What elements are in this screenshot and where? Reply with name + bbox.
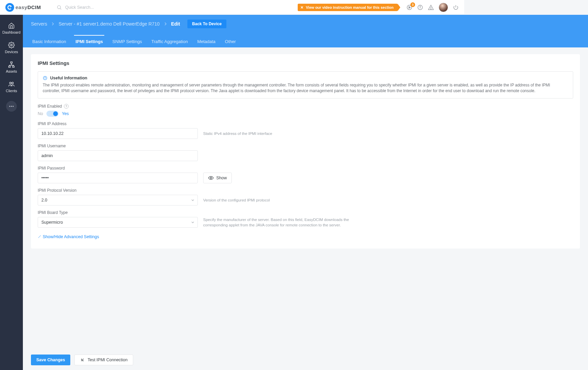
sidebar-item-assets[interactable]: Assets [0, 59, 23, 76]
advanced-settings-link[interactable]: Show/Hide Advanced Settings [38, 234, 99, 239]
tab-traffic-aggregation[interactable]: Traffic Aggregation [150, 35, 189, 47]
label-ipmi-user: IPMI Username [38, 144, 464, 148]
global-search-input[interactable] [65, 5, 139, 10]
close-icon[interactable]: ✕ [300, 5, 303, 9]
sitemap-icon [8, 61, 15, 68]
svg-point-15 [9, 106, 10, 107]
logo-mark-icon [5, 3, 14, 12]
svg-point-6 [420, 6, 420, 6]
svg-point-21 [210, 177, 212, 179]
alert-icon[interactable] [428, 4, 434, 10]
svg-point-20 [45, 77, 45, 77]
search-icon [57, 5, 62, 10]
label-ipmi-protocol: IPMI Protocol Version [38, 188, 464, 193]
useful-information-box: Useful Information The IPMI protocol ena… [38, 71, 464, 99]
svg-rect-11 [9, 66, 10, 67]
tab-basic-information[interactable]: Basic Information [31, 35, 67, 47]
chevron-right-icon [51, 22, 54, 26]
tab-other[interactable]: Other [224, 35, 237, 47]
tab-metadata[interactable]: Metadata [196, 35, 217, 47]
sidebar-item-devices[interactable]: Devices [0, 39, 23, 57]
home-icon [8, 22, 15, 29]
info-icon[interactable] [417, 4, 423, 10]
breadcrumb-servers[interactable]: Servers [31, 21, 47, 27]
breadcrumb-server[interactable]: Server - #1 server1.demo Dell PowerEdge … [59, 21, 159, 27]
eye-icon [208, 176, 214, 180]
toggle-yes-label: Yes [62, 111, 69, 116]
tab-ipmi-settings[interactable]: IPMI Settings [74, 35, 104, 47]
svg-point-17 [12, 106, 13, 107]
video-instruction-banner[interactable]: ✕ View our video instruction manual for … [298, 4, 398, 11]
svg-line-1 [60, 8, 61, 9]
dots-icon [9, 106, 14, 107]
label-ipmi-ip: IPMI IP Address [38, 121, 464, 126]
toggle-no-label: No [38, 111, 43, 116]
ipmi-ip-input[interactable] [38, 128, 198, 139]
brand-logo[interactable]: easyDCIM [5, 3, 41, 12]
brand-text: easyDCIM [15, 4, 41, 10]
svg-point-9 [11, 44, 12, 46]
user-avatar[interactable] [439, 3, 448, 12]
breadcrumb: Servers Server - #1 server1.demo Dell Po… [31, 20, 464, 28]
play-tour-icon[interactable]: 3 [406, 4, 412, 10]
link-icon [38, 235, 41, 238]
ipmi-password-input[interactable] [38, 173, 198, 183]
ipmi-username-input[interactable] [38, 150, 198, 161]
hint-ipmi-ip: Static IPv4 address of the IPMI interfac… [203, 131, 365, 136]
sidebar-item-clients[interactable]: Clients [0, 78, 23, 96]
back-to-device-button[interactable]: Back To Device [187, 20, 226, 28]
tab-snmp-settings[interactable]: SNMP Settings [111, 35, 143, 47]
chevron-down-icon [191, 199, 194, 201]
users-icon [8, 81, 15, 87]
svg-point-14 [12, 82, 13, 84]
hint-ipmi-board: Specify the manufacturer of the server. … [203, 217, 365, 228]
svg-point-13 [9, 82, 11, 84]
svg-rect-12 [12, 66, 14, 67]
ipmi-protocol-select[interactable]: 2.0 [38, 195, 198, 206]
power-icon[interactable] [453, 4, 459, 10]
ipmi-board-select[interactable]: Supermicro [38, 217, 198, 228]
gear-icon [8, 42, 15, 48]
info-icon [43, 76, 47, 80]
notification-badge: 3 [410, 2, 415, 7]
help-icon[interactable]: ? [64, 104, 69, 109]
breadcrumb-current: Edit [171, 21, 180, 27]
svg-rect-10 [11, 62, 12, 63]
svg-point-8 [431, 8, 431, 9]
label-ipmi-enabled: IPMI Enabled ? [38, 104, 464, 109]
page-title: IPMI Settings [38, 60, 464, 66]
label-ipmi-board: IPMI Board Type [38, 210, 464, 215]
label-ipmi-pass: IPMI Password [38, 166, 464, 171]
svg-marker-3 [409, 6, 411, 8]
show-password-button[interactable]: Show [203, 173, 232, 183]
ipmi-enabled-toggle[interactable] [46, 111, 59, 117]
chevron-down-icon [191, 221, 194, 224]
sidebar-more-button[interactable] [6, 101, 17, 112]
hint-ipmi-protocol: Version of the configured IPMI protocol [203, 197, 365, 203]
sidebar-item-dashboard[interactable]: Dashboard [0, 20, 23, 37]
chevron-right-icon [164, 22, 167, 26]
svg-point-16 [11, 106, 12, 107]
svg-point-0 [57, 5, 60, 8]
